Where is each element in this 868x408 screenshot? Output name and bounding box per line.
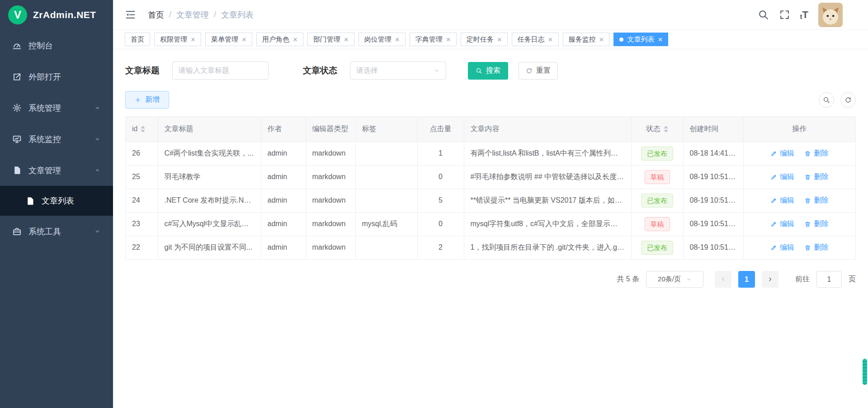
cell-status: 已发布	[631, 236, 683, 259]
tab-10[interactable]: 文章列表 ×	[613, 33, 668, 46]
monitor-icon	[12, 134, 22, 144]
filter-form: 文章标题 文章状态 请选择 搜索 重置	[125, 62, 856, 80]
avatar[interactable]	[818, 3, 843, 27]
tab-close-icon[interactable]: ×	[191, 36, 195, 43]
search-icon	[823, 96, 830, 104]
column-header-status[interactable]: 状态	[631, 117, 683, 142]
refresh-table-button[interactable]	[840, 92, 856, 108]
tab-close-icon[interactable]: ×	[293, 36, 297, 43]
tab-close-icon[interactable]: ×	[548, 36, 553, 43]
edit-icon	[770, 221, 777, 228]
reset-button[interactable]: 重置	[519, 62, 558, 80]
column-header-content: 文章内容	[464, 117, 631, 142]
sidebar-item-system-monitor[interactable]: 系统监控	[0, 123, 113, 155]
cell-id: 24	[126, 189, 158, 212]
breadcrumb-item-0[interactable]: 首页	[148, 9, 164, 20]
cell-id: 22	[126, 236, 158, 259]
breadcrumb-item-1[interactable]: 文章管理	[176, 9, 209, 20]
tab-3[interactable]: 用户角色 ×	[256, 33, 303, 46]
column-header-editor: 编辑器类型	[306, 117, 355, 142]
font-size-button[interactable]: tT	[800, 10, 808, 20]
chevron-up-icon	[94, 167, 101, 174]
tab-close-icon[interactable]: ×	[658, 36, 662, 43]
search-submit-button[interactable]: 搜索	[468, 62, 508, 80]
edit-link[interactable]: 编辑	[770, 219, 794, 229]
edit-icon	[770, 244, 777, 251]
edit-link[interactable]: 编辑	[770, 243, 794, 252]
fullscreen-button[interactable]	[779, 9, 790, 20]
tab-close-icon[interactable]: ×	[395, 36, 400, 43]
article-status-select[interactable]: 请选择	[350, 62, 446, 80]
goto-page-input[interactable]	[816, 271, 842, 288]
status-badge: 已发布	[641, 241, 673, 255]
breadcrumb-separator: /	[214, 10, 216, 19]
sidebar-item-system-tools[interactable]: 系统工具	[0, 216, 113, 247]
edit-link[interactable]: 编辑	[770, 172, 794, 182]
tab-8[interactable]: 任务日志 ×	[512, 33, 559, 46]
tab-9[interactable]: 服务监控 ×	[563, 33, 610, 46]
goto-suffix: 页	[849, 275, 856, 284]
column-header-tags: 标签	[355, 117, 417, 142]
article-title-input[interactable]	[172, 62, 269, 80]
tab-close-icon[interactable]: ×	[242, 36, 246, 43]
cell-content: #羽毛球拍参数说明 ## 中管软硬选择以及长度介...	[464, 165, 631, 189]
tab-5[interactable]: 岗位管理 ×	[359, 33, 406, 46]
toggle-search-button[interactable]	[819, 92, 834, 108]
doc-lines-icon	[25, 196, 35, 206]
tab-close-icon[interactable]: ×	[599, 36, 604, 43]
add-button[interactable]: 新增	[125, 91, 169, 109]
column-header-title: 文章标题	[158, 117, 261, 142]
delete-icon	[804, 197, 811, 204]
sidebar-item-label: 文章列表	[42, 195, 101, 206]
cell-title: C#两个list集合实现关联，...	[158, 142, 261, 165]
cell-author: admin	[261, 142, 306, 165]
tab-2[interactable]: 菜单管理 ×	[205, 33, 252, 46]
pagination: 共 5 条 20条/页 1 前往 页	[125, 271, 856, 288]
tab-label: 文章列表	[627, 35, 654, 44]
sidebar-item-dashboard[interactable]: 控制台	[0, 30, 113, 61]
gear-icon	[12, 103, 22, 113]
tab-1[interactable]: 权限管理 ×	[154, 33, 201, 46]
delete-link[interactable]: 删除	[804, 149, 828, 158]
delete-link[interactable]: 删除	[804, 172, 828, 182]
tab-close-icon[interactable]: ×	[497, 36, 502, 43]
scrollbar-thumb[interactable]	[863, 359, 867, 385]
tab-6[interactable]: 字典管理 ×	[410, 33, 457, 46]
tab-label: 权限管理	[160, 35, 187, 44]
collapse-sidebar-button[interactable]	[125, 9, 136, 20]
tab-0[interactable]: 首页	[125, 33, 150, 46]
next-page-button[interactable]	[762, 271, 778, 288]
delete-link[interactable]: 删除	[804, 243, 828, 252]
column-header-ops: 操作	[743, 117, 855, 142]
prev-page-button[interactable]	[715, 271, 731, 288]
cell-status: 已发布	[631, 142, 683, 165]
cell-author: admin	[261, 236, 306, 259]
tab-label: 菜单管理	[211, 35, 238, 44]
app-root: V ZrAdmin.NET 控制台 外部打开 系统管理 系统监控 文章管理 文章…	[0, 0, 868, 408]
cell-created-time: 08-19 10:51:29	[683, 165, 743, 189]
table-row: 23 c#写入Mysql中文显示乱码 ... admin markdown my…	[126, 212, 855, 236]
sidebar-item-external-open[interactable]: 外部打开	[0, 61, 113, 92]
edit-link[interactable]: 编辑	[770, 149, 794, 158]
page-size-select[interactable]: 20条/页	[646, 271, 703, 288]
sidebar-item-article-manage[interactable]: 文章管理	[0, 155, 113, 186]
user-menu-caret[interactable]	[849, 16, 856, 23]
search-button[interactable]	[758, 9, 769, 20]
delete-link[interactable]: 删除	[804, 196, 828, 205]
sidebar-item-article-list[interactable]: 文章列表	[0, 186, 113, 216]
cell-actions: 编辑 删除	[743, 189, 855, 212]
edit-link[interactable]: 编辑	[770, 196, 794, 205]
tab-4[interactable]: 部门管理 ×	[307, 33, 354, 46]
cell-created-time: 08-18 14:41:36	[683, 142, 743, 165]
tab-7[interactable]: 定时任务 ×	[461, 33, 508, 46]
cell-tags	[355, 189, 417, 212]
cell-created-time: 08-19 10:51:22	[683, 236, 743, 259]
column-header-id[interactable]: id	[126, 117, 158, 142]
page-number-button[interactable]: 1	[738, 271, 755, 288]
cell-hits: 1	[417, 142, 464, 165]
cell-title: 羽毛球教学	[158, 165, 261, 189]
tab-close-icon[interactable]: ×	[446, 36, 451, 43]
tab-close-icon[interactable]: ×	[344, 36, 349, 43]
sidebar-item-system-manage[interactable]: 系统管理	[0, 92, 113, 123]
delete-link[interactable]: 删除	[804, 219, 828, 229]
